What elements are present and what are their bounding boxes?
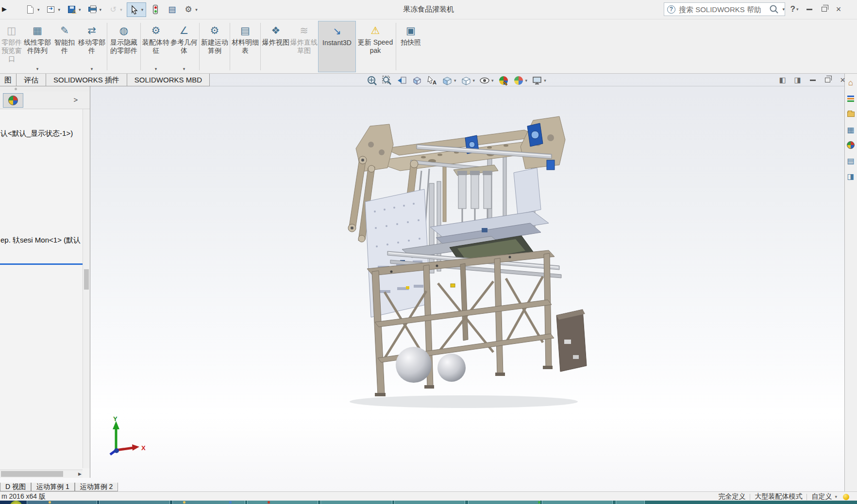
view-settings-caret-icon[interactable]: ▾ <box>544 78 546 83</box>
previous-view-button[interactable] <box>397 75 407 86</box>
tab-solidworks-插件[interactable]: SOLIDWORKS 插件 <box>46 74 127 86</box>
undo-button[interactable]: ↺▾ <box>106 2 125 17</box>
tree-item-component[interactable]: ep. 轪sesi Mon<1> (默认 <box>0 236 82 245</box>
close-button[interactable]: × <box>831 3 846 16</box>
taskbar-item[interactable] <box>542 501 613 504</box>
show-hidden-components-button[interactable]: ◍显示隐藏的零部件 <box>108 21 139 72</box>
reference-geometry-caret-icon[interactable]: ▾ <box>183 66 185 71</box>
exploded-view-button[interactable]: ❖爆炸视图 <box>262 21 290 72</box>
display-style-caret-icon[interactable]: ▾ <box>473 78 475 83</box>
tab-solidworks-mbd[interactable]: SOLIDWORKS MBD <box>127 74 210 86</box>
task-pane-design-library-icon[interactable] <box>845 92 857 105</box>
menu-flyout-icon[interactable]: ▶ <box>2 4 9 14</box>
move-component-caret-icon[interactable]: ▾ <box>91 66 93 71</box>
view-orientation-button[interactable]: ▾ <box>442 75 456 86</box>
custom-caret-icon[interactable]: ▾ <box>835 494 837 499</box>
new-document-button[interactable]: ▾ <box>23 2 42 17</box>
panel-expand-arrow[interactable]: > <box>70 94 82 106</box>
previous-document-icon[interactable]: ◧ <box>775 75 790 85</box>
restore-button[interactable] <box>817 3 831 16</box>
taskbar-item[interactable] <box>616 501 645 504</box>
update-speedpak-button[interactable]: ⚠更新 Speedpak <box>356 21 395 72</box>
taskbar-item[interactable] <box>99 501 170 504</box>
zoom-to-area-button[interactable] <box>382 75 392 86</box>
open-document-button[interactable]: ▾ <box>44 2 63 17</box>
help-button[interactable]: ?▾ <box>788 3 802 16</box>
horizontal-scroll-thumb[interactable] <box>1 471 63 477</box>
select-cursor-button[interactable]: ▾ <box>127 2 147 17</box>
bottom-tab-0[interactable]: D 视图 <box>0 483 31 491</box>
view-settings-button[interactable]: ▾ <box>532 75 546 86</box>
taskbar-item[interactable] <box>320 501 392 504</box>
bottom-tab-1[interactable]: 运动算例 1 <box>31 483 75 491</box>
tab-评估[interactable]: 评估 <box>17 74 46 86</box>
print-button[interactable]: ▾ <box>85 2 104 17</box>
detail-list-button[interactable]: ▤ <box>165 2 179 17</box>
windows-taskbar[interactable] <box>0 501 857 504</box>
bottom-tab-2[interactable]: 运动算例 2 <box>75 483 118 491</box>
scroll-right-arrow-icon[interactable]: ▶ <box>78 471 82 477</box>
linear-component-pattern-caret-icon[interactable]: ▾ <box>36 66 39 71</box>
zoom-to-fit-button[interactable] <box>367 75 377 86</box>
task-pane-appearances-icon[interactable] <box>845 139 857 151</box>
take-snapshot-button[interactable]: ▣拍快照 <box>397 21 424 72</box>
tree-item-configuration[interactable]: 认<默认_显示状态-1>) <box>0 129 82 138</box>
large-assembly-mode-status[interactable]: 大型装配体模式 <box>755 492 802 501</box>
smart-fasteners-button[interactable]: ✎智能扣件 <box>51 21 78 72</box>
panel-grip[interactable] <box>0 86 90 92</box>
open-document-caret-icon[interactable]: ▾ <box>58 7 61 12</box>
vertical-scroll-thumb[interactable] <box>84 269 89 290</box>
custom-status-dropdown[interactable]: 自定义 <box>811 492 832 501</box>
task-pane-custom-properties-icon[interactable]: ▤ <box>845 154 857 167</box>
panel-vertical-scrollbar[interactable] <box>83 109 90 468</box>
doc-restore-button[interactable] <box>820 75 835 85</box>
taskbar-item[interactable] <box>394 501 465 504</box>
apply-scene-button[interactable]: ▾ <box>513 75 528 86</box>
tab-partial[interactable]: 图 <box>0 74 17 86</box>
save-caret-icon[interactable]: ▾ <box>79 7 81 12</box>
bill-of-materials-button[interactable]: ▤材料明细表 <box>231 21 259 72</box>
instant3d-button[interactable]: ↘Instant3D <box>318 21 356 72</box>
assembly-features-caret-icon[interactable]: ▾ <box>155 66 157 71</box>
section-view-button[interactable] <box>412 75 422 86</box>
save-button[interactable]: ▾ <box>65 2 84 17</box>
new-motion-study-button[interactable]: ⚙新建运动算例 <box>201 21 229 72</box>
search-box[interactable]: ? ▾ <box>664 2 785 16</box>
next-document-icon[interactable]: ◨ <box>790 75 805 85</box>
update-speedpak-icon: ⚠ <box>369 24 382 37</box>
task-pane-view-palette-icon[interactable]: ▦ <box>845 123 857 136</box>
search-icon[interactable] <box>769 4 779 14</box>
taskbar-item[interactable] <box>247 501 318 504</box>
print-caret-icon[interactable]: ▾ <box>100 7 102 12</box>
taskbar-item[interactable] <box>468 501 540 504</box>
select-cursor-caret-icon[interactable]: ▾ <box>141 7 144 12</box>
reference-geometry-button[interactable]: ∠参考几何体▾ <box>170 21 198 72</box>
task-pane-file-explorer-icon[interactable] <box>845 108 857 120</box>
configuration-manager-tab[interactable] <box>3 93 23 108</box>
options-gear-caret-icon[interactable]: ▾ <box>195 7 198 12</box>
assembly-features-button[interactable]: ⚙装配体特征▾ <box>142 21 170 72</box>
panel-horizontal-scrollbar[interactable]: ▶ <box>0 470 83 478</box>
search-scope-caret-icon[interactable]: ▾ <box>782 7 785 12</box>
view-annotations-button[interactable]: A <box>427 75 437 86</box>
move-component-button[interactable]: ⇄移动零部件▾ <box>78 21 106 72</box>
start-orb-icon[interactable] <box>10 501 22 504</box>
minimize-button[interactable] <box>802 3 817 16</box>
hide-show-items-button[interactable]: ▾ <box>479 75 494 86</box>
task-pane-document-panel-icon[interactable]: ◨ <box>845 170 857 182</box>
linear-component-pattern-button[interactable]: ▦线性零部件阵列▾ <box>23 21 51 72</box>
new-document-caret-icon[interactable]: ▾ <box>37 7 40 12</box>
edit-appearance-button[interactable] <box>498 75 509 86</box>
undo-caret-icon[interactable]: ▾ <box>120 7 122 12</box>
apply-scene-caret-icon[interactable]: ▾ <box>525 78 528 83</box>
taskbar-item[interactable] <box>27 501 97 504</box>
options-gear-button[interactable]: ⚙▾ <box>181 2 200 17</box>
hide-show-items-caret-icon[interactable]: ▾ <box>491 78 494 83</box>
view-orientation-caret-icon[interactable]: ▾ <box>454 78 456 83</box>
task-pane-home-icon[interactable]: ⌂ <box>845 77 857 89</box>
display-style-button[interactable]: ▾ <box>461 75 475 86</box>
stoplight-button[interactable] <box>148 2 163 17</box>
doc-minimize-button[interactable] <box>805 75 820 85</box>
status-sphere-icon[interactable] <box>843 494 849 500</box>
search-input[interactable] <box>678 5 769 14</box>
